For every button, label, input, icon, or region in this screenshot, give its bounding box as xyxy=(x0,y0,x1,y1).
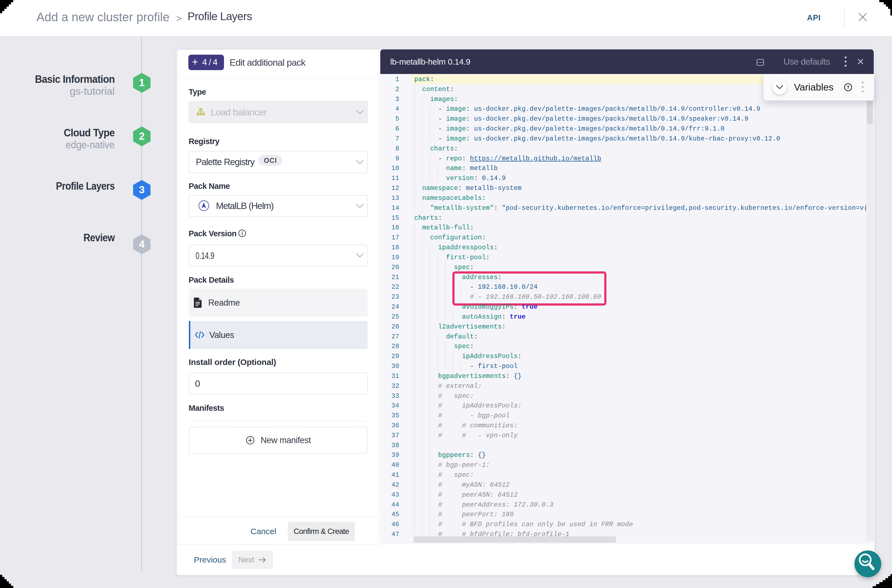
svg-text:?: ? xyxy=(847,85,850,90)
